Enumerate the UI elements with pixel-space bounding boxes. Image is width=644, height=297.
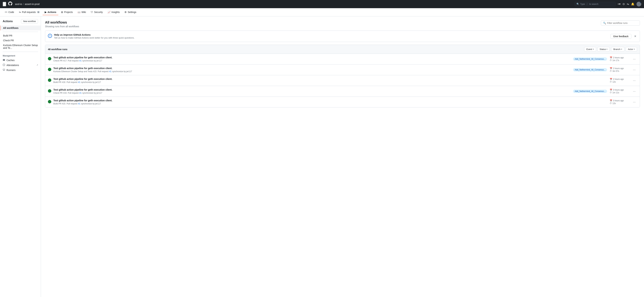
filter-status-label: Status — [600, 48, 606, 51]
run-more-button[interactable]: ⋯ — [632, 89, 637, 94]
avatar[interactable] — [636, 2, 641, 7]
status-chevron-icon: ▾ — [606, 48, 608, 50]
run-event: Pull request — [98, 70, 108, 73]
sidebar: Actions New workflow All workflows Build… — [0, 16, 41, 297]
run-status-icon — [48, 68, 51, 72]
code-icon: <> — [5, 11, 7, 13]
run-more-button[interactable]: ⋯ — [632, 100, 637, 104]
duration-line: ⏱ 3m 57s — [610, 70, 624, 72]
nav-pull-requests[interactable]: ⇋ Pull requests 1 — [17, 9, 42, 15]
run-duration: 1m 11s — [612, 91, 619, 94]
pull-requests-button[interactable]: ⇋ — [627, 3, 629, 6]
run-event: Pull request — [66, 81, 77, 83]
time-ago-line: 📅 3 hours ago — [610, 99, 624, 102]
sidebar-item-all-workflows[interactable]: All workflows — [0, 26, 41, 30]
run-time-detail: 📅 2 hours ago ⏱ 3m 57s — [610, 67, 624, 72]
run-title[interactable]: Test github action pipeline for geth exe… — [53, 56, 571, 59]
run-status-icon — [48, 79, 51, 83]
management-section-label: Management — [0, 53, 41, 58]
actions-icon: ▶ — [45, 11, 46, 14]
new-workflow-button[interactable]: New workflow — [21, 19, 38, 24]
filter-search[interactable]: 🔍 — [601, 21, 640, 26]
run-more-button[interactable]: ⋯ — [632, 78, 637, 83]
notifications-button[interactable]: 🔔 — [631, 3, 634, 6]
run-title[interactable]: Test github action pipeline for geth exe… — [53, 67, 571, 70]
run-title[interactable]: Test github action pipeline for geth exe… — [53, 78, 607, 80]
external-link-icon: ↗ — [36, 64, 38, 66]
sidebar-item-attestations[interactable]: Attestations ↗ — [0, 63, 41, 68]
feedback-icon — [48, 34, 52, 39]
nav-security[interactable]: 🛡 Security — [89, 9, 105, 15]
nav-actions[interactable]: ▶ Actions — [43, 9, 58, 15]
sidebar-item-check-pr[interactable]: Check PR — [0, 38, 41, 43]
filter-event-button[interactable]: Event ▾ — [584, 47, 596, 52]
filter-actor-button[interactable]: Actor ▾ — [626, 47, 637, 52]
main-content: All workflows Showing runs from all work… — [41, 16, 644, 297]
run-row[interactable]: Test github action pipeline for geth exe… — [45, 86, 640, 97]
hamburger-menu[interactable]: ☰ — [3, 2, 6, 6]
run-pr-link[interactable]: #1 — [78, 81, 80, 83]
run-sync: synchronize by jer117 — [81, 103, 101, 105]
nav-pr-label: Pull requests — [22, 11, 36, 14]
run-more-button[interactable]: ⋯ — [632, 57, 637, 61]
run-more-button[interactable]: ⋯ — [632, 68, 637, 72]
run-time-ago: 2 hours ago — [613, 67, 624, 70]
run-meta: Check PR #17: Pull request #1 synchroniz… — [53, 60, 571, 62]
sidebar-item-build-pr[interactable]: Build PR — [0, 33, 41, 38]
run-time-ago: 3 hours ago — [613, 89, 624, 91]
run-duration: 12s — [612, 102, 616, 105]
filter-search-input[interactable] — [607, 22, 638, 24]
clock-icon: ⏱ — [610, 70, 612, 72]
duration-line: ⏱ 12s — [610, 81, 624, 83]
filter-actor-label: Actor — [628, 48, 633, 51]
run-status-icon — [48, 57, 51, 61]
clock-icon: ⏱ — [610, 91, 612, 94]
run-pr-link[interactable]: #1 — [79, 60, 82, 62]
projects-icon: ⊞ — [61, 11, 63, 14]
run-time-ago: 2 hours ago — [613, 57, 624, 59]
filter-branch-button[interactable]: Branch ▾ — [611, 47, 624, 52]
search-bar[interactable]: 🔍 Type / to search — [574, 2, 616, 6]
run-workflow: Build PR #15: — [53, 103, 66, 105]
run-title[interactable]: Test github action pipeline for geth exe… — [53, 88, 571, 91]
filter-status-button[interactable]: Status ▾ — [598, 47, 610, 52]
nav-code-label: Code — [8, 11, 14, 14]
kurtosis-label: Kurtosis Ethereum Cluster Setup and Te..… — [3, 44, 38, 49]
build-pr-label: Build PR — [3, 34, 12, 37]
run-row[interactable]: Test github action pipeline for geth exe… — [45, 97, 640, 107]
repo-name-link[interactable]: assert-in-prod — [25, 3, 40, 6]
pr-icon: ⇋ — [19, 11, 21, 14]
repo-path: axol-io / assert-in-prod — [15, 3, 40, 6]
all-workflows-label: All workflows — [3, 27, 18, 29]
insights-icon: 📈 — [108, 11, 110, 14]
give-feedback-button[interactable]: Give feedback — [610, 34, 632, 39]
run-pr-link[interactable]: #1 — [79, 92, 82, 94]
github-logo — [8, 2, 12, 7]
nav-settings[interactable]: ⚙ Settings — [122, 9, 138, 15]
run-pr-link[interactable]: #1 — [78, 103, 80, 105]
repo-owner-link[interactable]: axol-io — [15, 3, 22, 6]
calendar-icon: 📅 — [610, 78, 612, 80]
nav-projects[interactable]: ⊞ Projects — [59, 9, 75, 15]
issues-button[interactable]: ⊙ — [622, 3, 625, 6]
close-feedback-button[interactable]: ✕ — [634, 34, 637, 39]
run-title[interactable]: Test github action pipeline for geth exe… — [53, 99, 607, 102]
sidebar-item-kurtosis[interactable]: Kurtosis Ethereum Cluster Setup and Te..… — [0, 43, 41, 50]
run-meta: Kurtosis Ethereum Cluster Setup and Test… — [53, 70, 571, 73]
clock-icon: ⏱ — [610, 59, 612, 62]
nav-wiki[interactable]: 📖 Wiki — [76, 9, 88, 15]
run-row[interactable]: Test github action pipeline for geth exe… — [45, 65, 640, 75]
nav-insights[interactable]: 📈 Insights — [106, 9, 122, 15]
run-row[interactable]: Test github action pipeline for geth exe… — [45, 75, 640, 86]
run-pr-link[interactable]: #1 — [109, 70, 111, 73]
nav-code[interactable]: <> Code — [3, 9, 16, 15]
sidebar-item-runners[interactable]: Runners — [0, 68, 41, 73]
pr-badge: 1 — [37, 11, 40, 13]
time-ago-line: 📅 2 hours ago — [610, 78, 624, 80]
sidebar-item-caches[interactable]: Caches — [0, 58, 41, 63]
run-workflow: Kurtosis Ethereum Cluster Setup and Test… — [53, 70, 97, 73]
run-time-detail: 📅 3 hours ago ⏱ 1m 11s — [610, 89, 624, 94]
run-row[interactable]: Test github action pipeline for geth exe… — [45, 54, 640, 65]
nav-settings-label: Settings — [128, 11, 136, 14]
plus-button[interactable]: +▾ — [618, 3, 620, 6]
